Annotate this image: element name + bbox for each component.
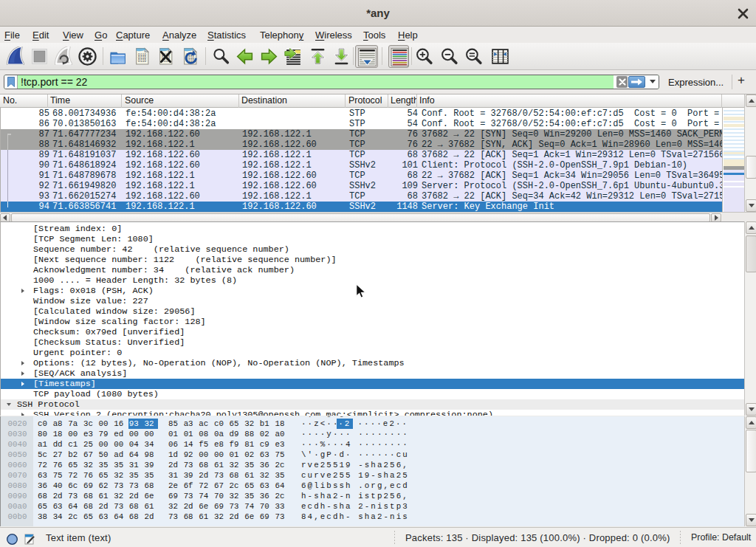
svg-text:0110: 0110 xyxy=(138,59,147,63)
